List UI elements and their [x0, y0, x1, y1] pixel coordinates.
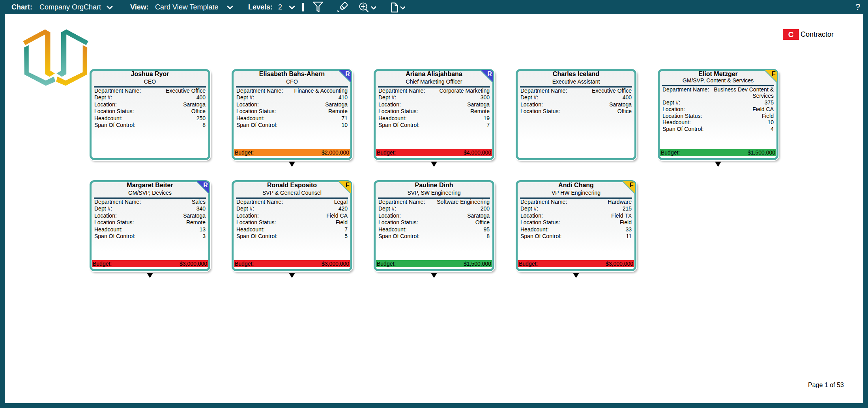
svg-text:F: F [346, 182, 350, 188]
svg-text:F: F [772, 71, 776, 77]
svg-text:R: R [487, 71, 492, 77]
svg-text:R: R [203, 182, 208, 188]
svg-text:R: R [345, 71, 350, 77]
svg-text:F: F [630, 182, 634, 188]
